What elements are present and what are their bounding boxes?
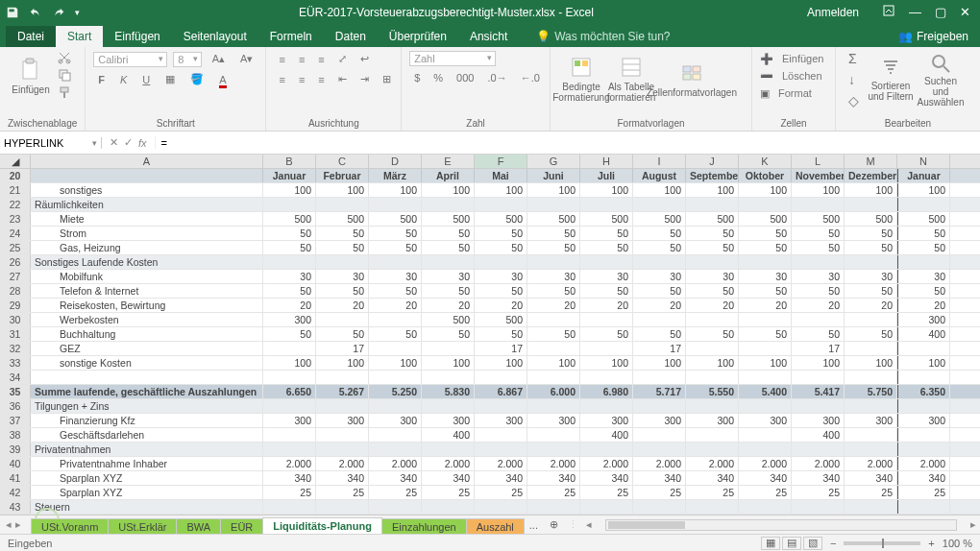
- cell[interactable]: 30: [633, 270, 686, 283]
- cell[interactable]: 340: [475, 471, 527, 485]
- cell[interactable]: 20: [845, 299, 897, 312]
- page-layout-view-icon[interactable]: ▤: [782, 537, 801, 550]
- cell[interactable]: [527, 342, 580, 355]
- cell[interactable]: [686, 500, 739, 514]
- cell[interactable]: [792, 443, 845, 456]
- cell[interactable]: 30: [580, 270, 633, 283]
- row-header[interactable]: 33: [0, 356, 31, 370]
- cell[interactable]: 500: [316, 212, 369, 226]
- sheet-tab-bwa[interactable]: BWA: [176, 518, 221, 535]
- cell[interactable]: 50: [633, 284, 686, 298]
- cell[interactable]: [369, 255, 422, 269]
- cell[interactable]: 500: [422, 212, 475, 226]
- cell[interactable]: 500: [422, 313, 475, 326]
- cell[interactable]: 20: [580, 299, 633, 312]
- cell[interactable]: 20: [475, 299, 527, 312]
- cell[interactable]: 340: [369, 471, 422, 485]
- cell[interactable]: [422, 255, 475, 269]
- cell[interactable]: 100: [897, 356, 950, 370]
- cell[interactable]: [686, 255, 739, 269]
- underline-button[interactable]: U: [137, 72, 155, 87]
- cell[interactable]: 50: [263, 227, 316, 240]
- cell[interactable]: 340: [527, 471, 580, 485]
- cell[interactable]: [739, 198, 792, 211]
- cell[interactable]: 25: [316, 486, 369, 499]
- col-header-E[interactable]: E: [422, 155, 475, 168]
- cell[interactable]: 340: [316, 471, 369, 485]
- cell[interactable]: [527, 198, 580, 211]
- sheet-tab-liquidit-ts-planung[interactable]: Liquiditäts-Planung: [262, 517, 382, 535]
- row-header[interactable]: 34: [0, 371, 31, 384]
- border-icon[interactable]: ▦: [160, 71, 180, 87]
- cell[interactable]: 340: [633, 471, 686, 485]
- formula-input[interactable]: [156, 137, 980, 149]
- cell[interactable]: 50: [845, 241, 897, 254]
- percent-icon[interactable]: %: [429, 70, 448, 85]
- col-header-F[interactable]: F: [475, 155, 527, 168]
- row-header[interactable]: 29: [0, 299, 31, 312]
- cell[interactable]: 50: [686, 284, 739, 298]
- cell[interactable]: 50: [897, 241, 950, 254]
- align-bottom-icon[interactable]: ≡: [313, 52, 329, 67]
- tab-einfügen[interactable]: Einfügen: [103, 26, 171, 47]
- cell[interactable]: 50: [897, 227, 950, 240]
- row-header[interactable]: 43: [0, 500, 31, 514]
- cell[interactable]: 20: [739, 299, 792, 312]
- decrease-font-icon[interactable]: A▾: [235, 51, 257, 67]
- cell[interactable]: [475, 255, 527, 269]
- cell[interactable]: 25: [475, 486, 527, 499]
- cell[interactable]: [633, 428, 686, 442]
- cell[interactable]: 25: [739, 486, 792, 499]
- currency-icon[interactable]: $: [409, 70, 425, 85]
- cell[interactable]: 5.417: [792, 385, 845, 398]
- cell[interactable]: 2.000: [369, 457, 422, 470]
- cell[interactable]: Geschäftsdarlehen: [31, 428, 263, 442]
- format-cells-button[interactable]: ▣Format: [760, 85, 827, 101]
- cell[interactable]: [580, 313, 633, 326]
- cell[interactable]: 400: [422, 428, 475, 442]
- increase-decimal-icon[interactable]: .0→: [482, 70, 511, 85]
- cell[interactable]: 25: [422, 486, 475, 499]
- cell[interactable]: [422, 500, 475, 514]
- cell[interactable]: [527, 399, 580, 413]
- col-header-D[interactable]: D: [369, 155, 422, 168]
- cell[interactable]: 17: [792, 342, 845, 355]
- clear-icon[interactable]: ◇: [844, 91, 864, 110]
- delete-cells-button[interactable]: ➖Löschen: [760, 68, 827, 84]
- cell[interactable]: 50: [845, 327, 897, 341]
- decrease-decimal-icon[interactable]: ←.0: [516, 70, 545, 85]
- cell[interactable]: 50: [739, 327, 792, 341]
- cell[interactable]: 100: [422, 183, 475, 197]
- hscroll-right-icon[interactable]: ▸: [967, 518, 980, 531]
- tell-me-box[interactable]: 💡 Was möchten Sie tun?: [525, 26, 681, 47]
- cell[interactable]: 100: [422, 356, 475, 370]
- cell[interactable]: 50: [316, 227, 369, 240]
- cell[interactable]: [475, 371, 527, 384]
- cell[interactable]: 6.980: [580, 385, 633, 398]
- cell[interactable]: 500: [897, 212, 950, 226]
- cell[interactable]: 100: [369, 356, 422, 370]
- cell[interactable]: 100: [792, 183, 845, 197]
- cell[interactable]: Sonstiges Laufende Kosten: [31, 255, 263, 269]
- cell[interactable]: 300: [739, 414, 792, 427]
- cell[interactable]: [527, 371, 580, 384]
- cell[interactable]: 50: [316, 241, 369, 254]
- horizontal-scrollbar[interactable]: [605, 519, 957, 531]
- cell[interactable]: 300: [422, 414, 475, 427]
- cell[interactable]: 50: [686, 227, 739, 240]
- cell[interactable]: [845, 342, 897, 355]
- cell[interactable]: 100: [897, 183, 950, 197]
- cell[interactable]: [845, 500, 897, 514]
- cell[interactable]: 25: [527, 486, 580, 499]
- cell[interactable]: [686, 313, 739, 326]
- cell[interactable]: [686, 342, 739, 355]
- undo-icon[interactable]: [29, 6, 42, 19]
- cell[interactable]: 50: [263, 327, 316, 341]
- cell[interactable]: [845, 255, 897, 269]
- cell[interactable]: 6.867: [475, 385, 527, 398]
- cell[interactable]: 50: [369, 227, 422, 240]
- row-header[interactable]: 21: [0, 183, 31, 197]
- cell[interactable]: [739, 443, 792, 456]
- cell[interactable]: 30: [316, 270, 369, 283]
- col-header-B[interactable]: B: [263, 155, 316, 168]
